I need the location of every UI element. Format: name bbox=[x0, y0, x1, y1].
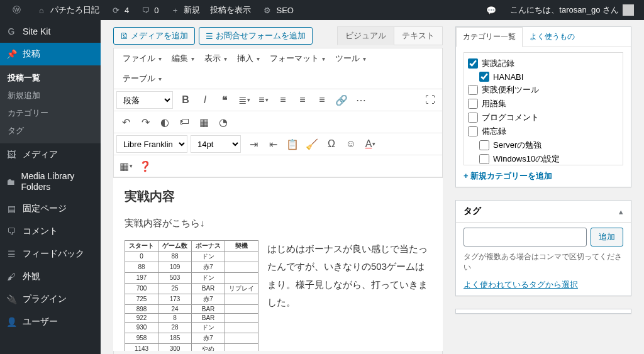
category-item[interactable]: 実践記録 bbox=[468, 57, 619, 70]
folder-icon: 🖿 bbox=[5, 175, 16, 188]
submenu-posts-all[interactable]: 投稿一覧 bbox=[0, 69, 101, 87]
fullscreen-button[interactable]: ⛶ bbox=[421, 91, 440, 109]
category-item[interactable]: 備忘録 bbox=[468, 124, 619, 138]
menu-media[interactable]: 🖾メディア bbox=[0, 143, 101, 166]
page-icon: ▤ bbox=[5, 202, 18, 215]
tag-button[interactable]: 🏷 bbox=[175, 113, 194, 131]
category-item[interactable]: 実践便利ツール bbox=[468, 83, 619, 97]
outdent-button[interactable]: ⇤ bbox=[264, 135, 282, 153]
chevron-up-icon[interactable]: ▴ bbox=[619, 207, 623, 216]
link-button[interactable]: 🔗 bbox=[332, 91, 351, 109]
submenu-posts-tags[interactable]: タグ bbox=[0, 122, 101, 140]
paste-button[interactable]: 📋 bbox=[283, 135, 302, 153]
category-item[interactable]: Serverの勉強 bbox=[468, 138, 619, 152]
category-checkbox[interactable] bbox=[468, 126, 478, 136]
italic-button[interactable]: I bbox=[196, 91, 214, 109]
category-checkbox[interactable] bbox=[468, 113, 478, 123]
category-tab-all[interactable]: カテゴリー一覧 bbox=[456, 27, 523, 47]
menu-media-library-folders[interactable]: 🖿Media Library Folders bbox=[0, 166, 101, 197]
category-checkbox[interactable] bbox=[479, 140, 489, 150]
category-item[interactable]: HANABI bbox=[468, 70, 619, 83]
clear-format-button[interactable]: 🧹 bbox=[303, 135, 321, 153]
menu-format[interactable]: フォーマット bbox=[266, 51, 329, 66]
editor-content[interactable]: 実戦内容 実戦内容がこちら↓ スタートゲーム数ボーナス契機 088ドン88109… bbox=[113, 178, 443, 351]
number-list-button[interactable]: ≡▾ bbox=[254, 91, 273, 109]
category-tab-popular[interactable]: よく使うもの bbox=[523, 27, 582, 47]
add-category-link[interactable]: + 新規カテゴリーを追加 bbox=[464, 170, 552, 182]
category-list[interactable]: 実践記録HANABI実践便利ツール用語集ブログコメント備忘録Serverの勉強W… bbox=[464, 52, 623, 165]
category-label: Serverの勉強 bbox=[493, 140, 541, 151]
menu-comments[interactable]: 🗨コメント bbox=[0, 220, 101, 243]
new-content-link[interactable]: +新規 bbox=[164, 0, 205, 20]
category-checkbox[interactable] bbox=[468, 58, 478, 69]
category-checkbox[interactable] bbox=[479, 154, 489, 164]
menu-tools[interactable]: ツール bbox=[331, 51, 370, 66]
tag-add-button[interactable]: 追加 bbox=[591, 228, 623, 246]
account-menu[interactable]: こんにちは、tarosan_go さん bbox=[505, 0, 639, 20]
tag-cloud-link[interactable]: よく使われているタグから選択 bbox=[464, 279, 578, 290]
text-color-button[interactable]: A▾ bbox=[361, 135, 380, 153]
tab-visual[interactable]: ビジュアル bbox=[337, 26, 394, 45]
special-char-button[interactable]: Ω bbox=[322, 135, 341, 153]
add-contact-form-button[interactable]: ☰ お問合せフォームを追加 bbox=[199, 27, 313, 45]
brush-icon: 🖌 bbox=[5, 270, 18, 283]
font-family-select[interactable]: Libre Franklin bbox=[116, 135, 187, 153]
category-label: 用語集 bbox=[482, 98, 506, 109]
tab-text[interactable]: テキスト bbox=[394, 26, 443, 45]
comments-link[interactable]: 🗨0 bbox=[134, 0, 164, 20]
menu-pages[interactable]: ▤固定ページ bbox=[0, 197, 101, 220]
menu-label: Site Kit bbox=[23, 26, 50, 36]
template-button[interactable]: ▦ bbox=[194, 113, 213, 131]
redo-button[interactable]: ↷ bbox=[136, 113, 155, 131]
menu-users[interactable]: 👤ユーザー bbox=[0, 311, 101, 333]
blockquote-button[interactable]: ❝ bbox=[215, 91, 234, 109]
content-area: 🖻 メディアを追加 ☰ お問合せフォームを追加 ビジュアル テキスト ファイル … bbox=[101, 20, 644, 354]
more-button[interactable]: ⋯ bbox=[352, 91, 370, 109]
menu-label: 固定ページ bbox=[23, 203, 67, 214]
special-button[interactable]: ◐ bbox=[155, 113, 174, 131]
font-size-select[interactable]: 14pt bbox=[191, 135, 241, 153]
site-name-link[interactable]: ⌂パチたろ日記 bbox=[30, 0, 104, 20]
seo-link[interactable]: ⚙SEO bbox=[256, 0, 298, 20]
indent-button[interactable]: ⇥ bbox=[244, 135, 263, 153]
menu-appearance[interactable]: 🖌外観 bbox=[0, 265, 101, 288]
table-header: ゲーム数 bbox=[158, 240, 192, 251]
help-button[interactable]: ❓ bbox=[136, 157, 155, 175]
table-button[interactable]: ▦▾ bbox=[116, 157, 135, 175]
bullet-list-button[interactable]: ≣▾ bbox=[235, 91, 253, 109]
view-post-link[interactable]: 投稿を表示 bbox=[205, 0, 256, 20]
bold-button[interactable]: B bbox=[176, 91, 195, 109]
menu-table[interactable]: テーブル bbox=[119, 71, 165, 86]
updates-link[interactable]: ⟳4 bbox=[104, 0, 134, 20]
menu-feedback[interactable]: ☰フィードバック bbox=[0, 243, 101, 265]
emoji-button[interactable]: ☺ bbox=[341, 135, 360, 153]
format-select[interactable]: 段落 bbox=[116, 91, 173, 109]
menu-edit[interactable]: 編集 bbox=[168, 51, 198, 66]
menu-site-kit[interactable]: GSite Kit bbox=[0, 20, 101, 43]
add-media-button[interactable]: 🖻 メディアを追加 bbox=[113, 27, 195, 45]
content-intro: 実戦内容がこちら↓ bbox=[125, 215, 431, 231]
menu-posts[interactable]: 📌投稿 bbox=[0, 43, 101, 65]
align-center-button[interactable]: ≡ bbox=[293, 91, 312, 109]
menu-insert[interactable]: 挿入 bbox=[233, 51, 264, 66]
submenu-posts-new[interactable]: 新規追加 bbox=[0, 87, 101, 104]
align-right-button[interactable]: ≡ bbox=[313, 91, 331, 109]
submenu-posts-categories[interactable]: カテゴリー bbox=[0, 104, 101, 122]
clock-button[interactable]: ◔ bbox=[214, 113, 233, 131]
category-item[interactable]: Windows10の設定 bbox=[468, 152, 619, 165]
category-checkbox[interactable] bbox=[468, 99, 478, 109]
menu-plugins[interactable]: 🔌プラグイン bbox=[0, 288, 101, 311]
menu-file[interactable]: ファイル bbox=[119, 51, 165, 66]
category-checkbox[interactable] bbox=[468, 85, 478, 95]
notification-bell[interactable]: 💬 bbox=[480, 0, 505, 20]
tag-input[interactable] bbox=[464, 228, 587, 246]
align-left-button[interactable]: ≡ bbox=[274, 91, 292, 109]
category-checkbox[interactable] bbox=[479, 72, 489, 82]
menu-view[interactable]: 表示 bbox=[201, 51, 231, 66]
category-item[interactable]: 用語集 bbox=[468, 97, 619, 111]
wp-logo[interactable]: ⓦ bbox=[5, 0, 30, 20]
undo-button[interactable]: ↶ bbox=[116, 113, 135, 131]
category-item[interactable]: ブログコメント bbox=[468, 111, 619, 124]
table-row: 725173赤7 bbox=[125, 294, 258, 304]
media-icon: 🖾 bbox=[5, 148, 18, 161]
